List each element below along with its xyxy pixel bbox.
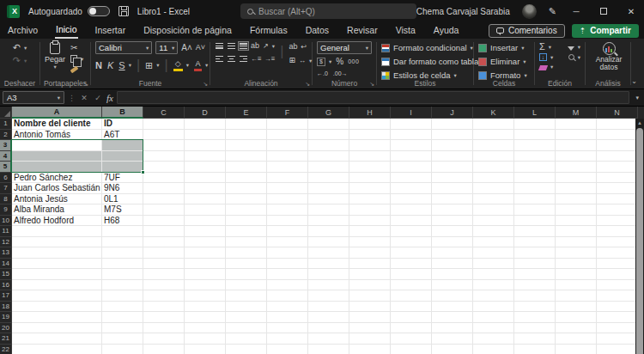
cell-A1[interactable]: Nombre del cliente bbox=[12, 119, 102, 130]
cell-N19[interactable] bbox=[597, 312, 638, 323]
cell-N18[interactable] bbox=[597, 302, 638, 313]
shrink-font-button[interactable]: A˅ bbox=[196, 43, 205, 52]
cell-G2[interactable] bbox=[308, 130, 349, 141]
cell-K6[interactable] bbox=[473, 173, 514, 184]
cell-N20[interactable] bbox=[597, 323, 638, 334]
cell-E14[interactable] bbox=[226, 259, 267, 270]
row-header-19[interactable]: 19 bbox=[0, 312, 12, 323]
autosum-button[interactable]: Σ▾ bbox=[539, 42, 551, 52]
cell-H3[interactable] bbox=[349, 140, 391, 151]
insert-cells-button[interactable]: Insertar▾ bbox=[478, 42, 527, 53]
cell-K17[interactable] bbox=[473, 290, 514, 302]
vertical-scrollbar[interactable]: ▲ bbox=[635, 119, 644, 354]
save-icon[interactable] bbox=[118, 6, 129, 16]
cell-B18[interactable] bbox=[102, 302, 143, 313]
cell-I6[interactable] bbox=[391, 173, 432, 184]
cell-B20[interactable] bbox=[102, 323, 143, 334]
cell-A3[interactable] bbox=[12, 140, 102, 151]
cell-J9[interactable] bbox=[432, 204, 473, 216]
cell-J15[interactable] bbox=[432, 269, 473, 280]
row-header-1[interactable]: 1 bbox=[0, 119, 12, 130]
clipboard-dialog-launcher[interactable]: ↘ bbox=[83, 81, 88, 88]
cell-A12[interactable] bbox=[12, 237, 102, 248]
font-name-select[interactable]: Calibri▾ bbox=[95, 41, 152, 54]
cell-H17[interactable] bbox=[349, 290, 391, 302]
cell-K19[interactable] bbox=[473, 312, 514, 323]
cell-J21[interactable] bbox=[432, 333, 473, 345]
row-header-9[interactable]: 9 bbox=[0, 204, 12, 216]
column-header-M[interactable]: M bbox=[556, 107, 597, 119]
cell-G16[interactable] bbox=[308, 280, 349, 291]
cell-H4[interactable] bbox=[349, 151, 391, 162]
cell-I10[interactable] bbox=[391, 216, 432, 227]
cell-E22[interactable] bbox=[226, 345, 267, 354]
sort-filter-button[interactable]: ▾ bbox=[568, 44, 580, 51]
formula-input[interactable] bbox=[117, 91, 630, 104]
cell-H8[interactable] bbox=[349, 194, 391, 205]
cell-F15[interactable] bbox=[267, 269, 308, 280]
minimize-button[interactable]: ─ bbox=[568, 7, 584, 16]
cell-D4[interactable] bbox=[185, 151, 226, 162]
cell-J6[interactable] bbox=[432, 173, 473, 184]
cell-G5[interactable] bbox=[308, 162, 349, 173]
cell-C7[interactable] bbox=[143, 183, 185, 194]
cell-D9[interactable] bbox=[185, 204, 226, 216]
cell-B10[interactable]: H68 bbox=[102, 216, 143, 227]
cell-E10[interactable] bbox=[226, 216, 267, 227]
cell-M9[interactable] bbox=[556, 204, 597, 216]
cell-E2[interactable] bbox=[226, 130, 267, 141]
column-header-B[interactable]: B bbox=[102, 107, 143, 119]
cell-C5[interactable] bbox=[143, 162, 185, 173]
cell-A8[interactable]: Antonia Jesús bbox=[12, 194, 102, 205]
column-header-J[interactable]: J bbox=[432, 107, 473, 119]
cell-J22[interactable] bbox=[432, 345, 473, 354]
cell-B17[interactable] bbox=[102, 290, 143, 302]
cell-G6[interactable] bbox=[308, 173, 349, 184]
cell-D20[interactable] bbox=[185, 323, 226, 334]
cell-F11[interactable] bbox=[267, 226, 308, 237]
cell-K2[interactable] bbox=[473, 130, 514, 141]
cell-C4[interactable] bbox=[143, 151, 185, 162]
cell-N7[interactable] bbox=[597, 183, 638, 194]
column-header-C[interactable]: C bbox=[143, 107, 185, 119]
cell-M20[interactable] bbox=[556, 323, 597, 334]
cell-I12[interactable] bbox=[391, 237, 432, 248]
cell-J7[interactable] bbox=[432, 183, 473, 194]
cell-D12[interactable] bbox=[185, 237, 226, 248]
cell-C8[interactable] bbox=[143, 194, 185, 205]
cell-H16[interactable] bbox=[349, 280, 391, 291]
font-dialog-launcher[interactable]: ↘ bbox=[203, 81, 208, 88]
excel-logo-icon[interactable]: X bbox=[7, 5, 20, 18]
wrap-text-button[interactable]: ab↩ bbox=[289, 42, 313, 52]
cell-D14[interactable] bbox=[185, 259, 226, 270]
cell-G1[interactable] bbox=[308, 119, 349, 130]
font-size-select[interactable]: 11▾ bbox=[155, 41, 178, 54]
cell-K3[interactable] bbox=[473, 140, 514, 151]
cell-N11[interactable] bbox=[597, 226, 638, 237]
cell-C20[interactable] bbox=[143, 323, 185, 334]
cell-E11[interactable] bbox=[226, 226, 267, 237]
cell-I16[interactable] bbox=[391, 280, 432, 291]
autosave-toggle[interactable] bbox=[88, 6, 110, 16]
cell-N22[interactable] bbox=[597, 345, 638, 354]
column-header-N[interactable]: N bbox=[597, 107, 638, 119]
expand-formula-bar-icon[interactable]: ▾ bbox=[633, 95, 641, 101]
cell-H21[interactable] bbox=[349, 333, 391, 345]
cell-M3[interactable] bbox=[556, 140, 597, 151]
column-header-K[interactable]: K bbox=[473, 107, 514, 119]
cell-F10[interactable] bbox=[267, 216, 308, 227]
cell-H6[interactable] bbox=[349, 173, 391, 184]
cell-M4[interactable] bbox=[556, 151, 597, 162]
cell-I21[interactable] bbox=[391, 333, 432, 345]
number-dialog-launcher[interactable]: ↘ bbox=[369, 81, 374, 88]
cell-H22[interactable] bbox=[349, 345, 391, 354]
accounting-format-button[interactable]: $▾ bbox=[317, 58, 331, 66]
cell-E19[interactable] bbox=[226, 312, 267, 323]
cell-K10[interactable] bbox=[473, 216, 514, 227]
font-color-button[interactable]: A▾ bbox=[194, 59, 208, 71]
cell-G15[interactable] bbox=[308, 269, 349, 280]
cell-E3[interactable] bbox=[226, 140, 267, 151]
cell-G21[interactable] bbox=[308, 333, 349, 345]
cell-D22[interactable] bbox=[185, 345, 226, 354]
cell-G13[interactable] bbox=[308, 247, 349, 259]
